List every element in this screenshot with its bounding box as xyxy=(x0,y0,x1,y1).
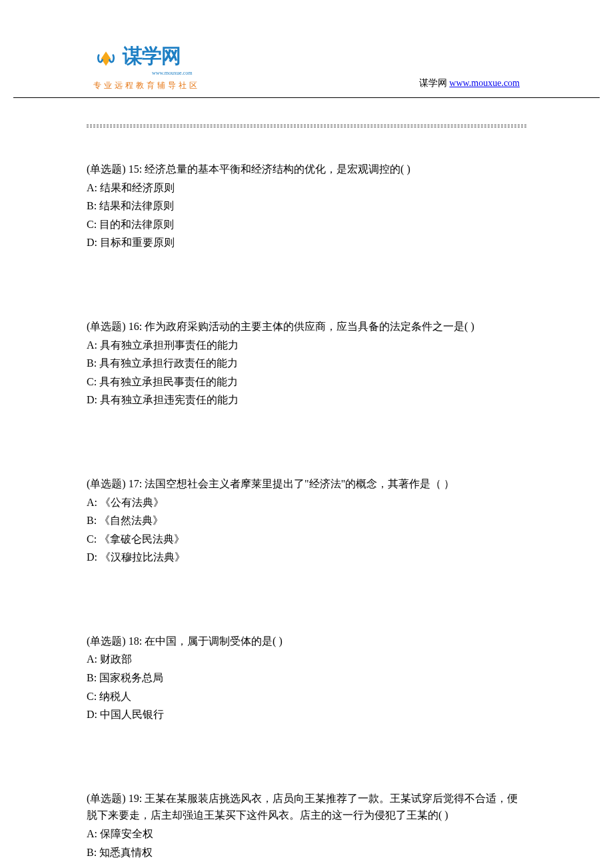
option-a: A: 结果和经济原则 xyxy=(87,179,526,197)
logo-text-wrap: 谋学网 www.mouxue.com xyxy=(123,40,192,78)
logo-section: 谋学网 www.mouxue.com 专业远程教育辅导社区 xyxy=(93,40,200,92)
question-stem: (单选题) 18: 在中国，属于调制受体的是( ) xyxy=(87,633,526,650)
brand-text: 谋学网 xyxy=(419,78,447,88)
content-area: (单选题) 15: 经济总量的基本平衡和经济结构的优化，是宏观调控的( ) A:… xyxy=(0,98,613,868)
option-a: A: 保障安全权 xyxy=(87,825,526,843)
option-a: A: 《公有法典》 xyxy=(87,494,526,511)
option-c: C: 《拿破仑民法典》 xyxy=(87,531,526,548)
domain-link[interactable]: www.mouxue.com xyxy=(449,78,520,88)
option-b: B: 知悉真情权 xyxy=(87,844,526,861)
page-header: 谋学网 www.mouxue.com 专业远程教育辅导社区 谋学网 www.mo… xyxy=(13,0,600,98)
logo-icon xyxy=(93,47,119,71)
question-19: (单选题) 19: 王某在某服装店挑选风衣，店员向王某推荐了一款。王某试穿后觉得… xyxy=(87,790,526,861)
question-stem: (单选题) 15: 经济总量的基本平衡和经济结构的优化，是宏观调控的( ) xyxy=(87,161,526,178)
option-d: D: 《汉穆拉比法典》 xyxy=(87,549,526,566)
option-c: C: 纳税人 xyxy=(87,688,526,705)
logo-sub-text: www.mouxue.com xyxy=(152,69,192,78)
option-c: C: 具有独立承担民事责任的能力 xyxy=(87,373,526,391)
header-right: 谋学网 www.mouxue.com xyxy=(419,76,520,92)
separator-line xyxy=(87,125,526,127)
option-a: A: 财政部 xyxy=(87,651,526,668)
logo-main-text: 谋学网 xyxy=(123,40,192,72)
option-a: A: 具有独立承担刑事责任的能力 xyxy=(87,337,526,354)
option-b: B: 具有独立承担行政责任的能力 xyxy=(87,355,526,372)
option-b: B: 《自然法典》 xyxy=(87,512,526,529)
logo-tagline: 专业远程教育辅导社区 xyxy=(93,79,200,92)
question-18: (单选题) 18: 在中国，属于调制受体的是( ) A: 财政部 B: 国家税务… xyxy=(87,633,526,723)
question-17: (单选题) 17: 法国空想社会主义者摩莱里提出了"经济法"的概念，其著作是（ … xyxy=(87,475,526,566)
question-stem: (单选题) 19: 王某在某服装店挑选风衣，店员向王某推荐了一款。王某试穿后觉得… xyxy=(87,790,526,824)
option-d: D: 具有独立承担违宪责任的能力 xyxy=(87,391,526,409)
question-16: (单选题) 16: 作为政府采购活动的主要主体的供应商，应当具备的法定条件之一是… xyxy=(87,318,526,409)
question-stem: (单选题) 16: 作为政府采购活动的主要主体的供应商，应当具备的法定条件之一是… xyxy=(87,318,526,335)
option-c: C: 目的和法律原则 xyxy=(87,216,526,233)
option-b: B: 国家税务总局 xyxy=(87,669,526,687)
option-d: D: 中国人民银行 xyxy=(87,706,526,723)
option-b: B: 结果和法律原则 xyxy=(87,197,526,215)
question-15: (单选题) 15: 经济总量的基本平衡和经济结构的优化，是宏观调控的( ) A:… xyxy=(87,161,526,251)
question-stem: (单选题) 17: 法国空想社会主义者摩莱里提出了"经济法"的概念，其著作是（ … xyxy=(87,475,526,493)
option-d: D: 目标和重要原则 xyxy=(87,234,526,251)
logo-top: 谋学网 www.mouxue.com xyxy=(93,40,200,78)
